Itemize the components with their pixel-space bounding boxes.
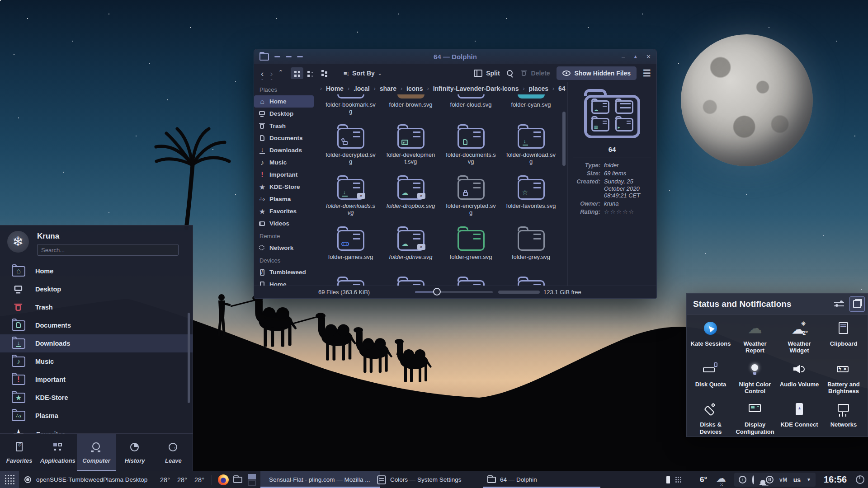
sidebar-place-item[interactable]: Videos: [254, 217, 314, 230]
file-item[interactable]: folder-cloud.svg: [441, 94, 501, 121]
launcher-tab[interactable]: Leave: [154, 434, 193, 472]
vm-tray-icon[interactable]: vM: [779, 477, 788, 483]
tray-applet[interactable]: Weather Report: [733, 320, 777, 356]
night-color-icon[interactable]: [752, 476, 754, 483]
breadcrumb-item[interactable]: › .local: [344, 85, 370, 92]
search-input[interactable]: [37, 244, 179, 256]
file-item[interactable]: folder-grey.svg: [501, 223, 561, 274]
rating-stars[interactable]: ☆☆☆☆☆: [604, 208, 635, 216]
application-launcher-button[interactable]: [0, 471, 19, 488]
titlebar[interactable]: 64 — Dolphin – ▲ ✕: [254, 49, 656, 64]
tray-applet[interactable]: Night Color Control: [733, 361, 777, 397]
activity-icon[interactable]: [24, 471, 31, 488]
breadcrumb-item[interactable]: › Home: [316, 85, 344, 92]
show-hidden-files-button[interactable]: Show Hidden Files: [557, 66, 637, 80]
tray-applet[interactable]: Clipboard: [821, 320, 866, 356]
launcher-tab[interactable]: Computer: [77, 434, 115, 472]
icons-view-button[interactable]: [291, 67, 303, 79]
back-button[interactable]: ‹⌄: [259, 69, 265, 78]
maximize-button[interactable]: ▲: [633, 54, 638, 59]
file-item[interactable]: [441, 274, 501, 286]
launcher-tab[interactable]: History: [116, 434, 154, 472]
scrollbar[interactable]: [562, 112, 566, 166]
launcher-item[interactable]: Important: [0, 371, 193, 389]
launcher-item[interactable]: KDE-Store: [0, 389, 193, 407]
folder-launcher-icon[interactable]: [233, 471, 242, 488]
sidebar-device-item[interactable]: Home: [254, 278, 314, 286]
tray-applet[interactable]: Disk Quota: [689, 361, 733, 397]
breadcrumb-item[interactable]: › places: [519, 85, 548, 92]
launcher-item[interactable]: Documents: [0, 316, 193, 334]
file-item[interactable]: [501, 274, 561, 286]
minimize-button[interactable]: –: [622, 54, 625, 60]
search-icon[interactable]: [506, 70, 514, 77]
tray-expander-icon[interactable]: ▼: [807, 477, 811, 482]
details-view-button[interactable]: [318, 67, 330, 79]
sidebar-place-item[interactable]: Documents: [254, 132, 314, 144]
file-item[interactable]: folder-documents.svg: [441, 121, 501, 172]
file-item[interactable]: folder-dropbox.svg: [381, 172, 441, 223]
launcher-item-favorites[interactable]: ★ Favorites: [0, 425, 193, 433]
delete-button[interactable]: Delete: [520, 69, 550, 77]
breadcrumb-item[interactable]: › share: [370, 85, 396, 92]
file-item[interactable]: folder-gdrive.svg: [381, 223, 441, 274]
launcher-item[interactable]: Trash: [0, 298, 193, 316]
tray-applet[interactable]: KDE Connect: [777, 401, 821, 437]
avatar[interactable]: ❄: [7, 231, 29, 253]
menu-button[interactable]: ☰: [643, 68, 651, 79]
launcher-item[interactable]: Desktop: [0, 280, 193, 298]
task-button[interactable]: Sensual-Flat - pling.com — Mozilla ...: [260, 471, 380, 488]
updates-icon[interactable]: ↑: [739, 476, 746, 483]
file-item[interactable]: [381, 274, 441, 286]
pin-button[interactable]: [849, 296, 865, 312]
sidebar-place-item[interactable]: Desktop: [254, 108, 314, 120]
file-item[interactable]: folder-green.svg: [441, 223, 501, 274]
launcher-item[interactable]: Home: [0, 262, 193, 280]
firefox-launcher-icon[interactable]: [218, 471, 229, 488]
virtual-desktop-pager[interactable]: [248, 471, 256, 488]
keyboard-layout[interactable]: us: [793, 476, 801, 483]
sidebar-place-item[interactable]: Downloads: [254, 144, 314, 156]
pause-icon[interactable]: [766, 476, 774, 483]
file-item[interactable]: folder-games.svg: [321, 223, 381, 274]
sort-by-button[interactable]: ≡↕ Sort By ⌄: [344, 70, 382, 77]
zoom-slider-handle[interactable]: [433, 288, 441, 296]
file-item[interactable]: folder-bookmark.svg: [321, 94, 381, 121]
tray-applet[interactable]: Networks: [821, 401, 866, 437]
split-button[interactable]: Split: [474, 70, 500, 77]
breadcrumb-item[interactable]: › 64: [548, 85, 566, 92]
tray-applet[interactable]: 2° Weather Widget: [777, 320, 821, 356]
weather-cloud-icon[interactable]: [716, 471, 728, 488]
breadcrumb-item[interactable]: › Infinity-Lavender-Dark-Icons: [423, 85, 519, 92]
up-button[interactable]: ˆ: [278, 69, 283, 78]
close-button[interactable]: ✕: [646, 54, 651, 60]
launcher-item[interactable]: Music: [0, 352, 193, 371]
file-item[interactable]: folder-favorites.svg: [501, 172, 561, 223]
sidebar-place-item[interactable]: Favorites: [254, 205, 314, 217]
sidebar-place-item[interactable]: Music: [254, 156, 314, 169]
launcher-item[interactable]: Downloads: [0, 334, 193, 352]
sidebar-place-item[interactable]: Home: [254, 95, 314, 108]
file-item[interactable]: folder-decrypted.svg: [321, 121, 381, 172]
launcher-item[interactable]: Plasma: [0, 407, 193, 425]
file-view[interactable]: folder-bookmark.svg folder-brown.svg fol…: [314, 94, 567, 286]
sidebar-device-item[interactable]: Tumbleweed: [254, 266, 314, 278]
tray-applet[interactable]: Audio Volume: [777, 361, 821, 397]
file-item[interactable]: folder-encrypted.svg: [441, 172, 501, 223]
clock[interactable]: 16:56: [824, 471, 847, 488]
file-item[interactable]: folder-downloads.svg: [321, 172, 381, 223]
sidebar-place-item[interactable]: Trash: [254, 120, 314, 132]
show-desktop-icon[interactable]: [856, 471, 864, 488]
file-item[interactable]: [321, 274, 381, 286]
file-item[interactable]: folder-brown.svg: [381, 94, 441, 121]
tray-applet[interactable]: Kate Sessions: [689, 320, 733, 356]
tray-applet[interactable]: Battery and Brightness: [821, 361, 866, 397]
sidebar-place-item[interactable]: Important: [254, 169, 314, 181]
file-item[interactable]: folder-development.svg: [381, 121, 441, 172]
tray-applet[interactable]: Display Configuration: [733, 401, 777, 437]
launcher-tab[interactable]: Favorites: [0, 434, 38, 472]
file-item[interactable]: folder-cyan.svg: [501, 94, 561, 121]
file-item[interactable]: folder-download.svg: [501, 121, 561, 172]
tray-applet[interactable]: Disks & Devices: [689, 401, 733, 437]
scrollbar[interactable]: [188, 313, 190, 403]
